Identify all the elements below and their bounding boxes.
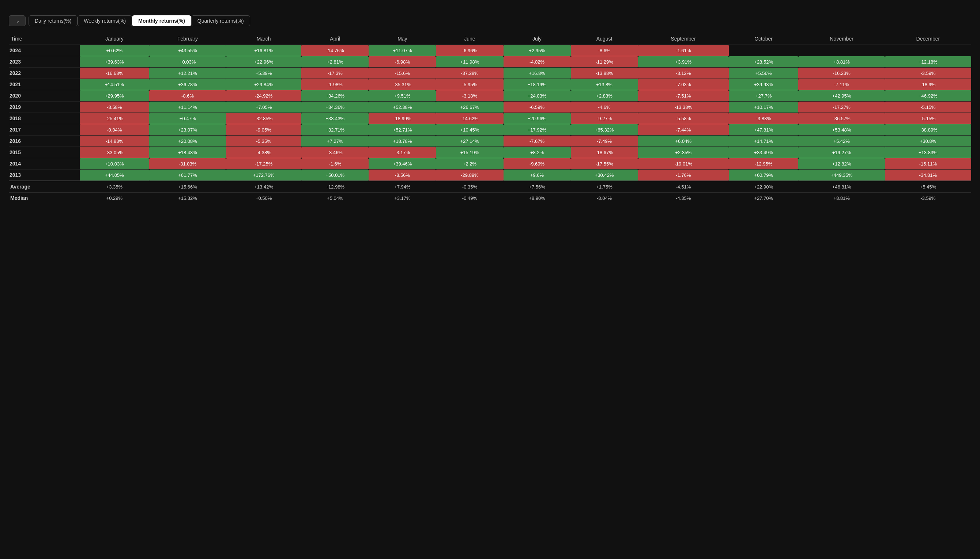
year-cell: 2018: [9, 113, 80, 124]
value-cell: -3.59%: [885, 68, 971, 79]
value-cell: +7.05%: [226, 102, 301, 113]
footer-value: +0.29%: [80, 193, 149, 204]
toolbar: ⌄ Daily returns(%)Weekly returns(%)Month…: [9, 15, 971, 26]
value-cell: -36.57%: [798, 113, 885, 124]
value-cell: -14.76%: [301, 45, 368, 56]
value-cell: -15.11%: [885, 158, 971, 170]
year-cell: 2020: [9, 90, 80, 102]
col-header-april: April: [301, 33, 368, 45]
value-cell: [798, 45, 885, 56]
value-cell: -14.62%: [436, 113, 503, 124]
value-cell: -4.38%: [226, 147, 301, 158]
value-cell: +36.78%: [149, 79, 226, 90]
value-cell: +9.51%: [368, 90, 436, 102]
col-header-january: January: [80, 33, 149, 45]
value-cell: +39.93%: [729, 79, 799, 90]
returns-table: TimeJanuaryFebruaryMarchAprilMayJuneJuly…: [9, 33, 971, 203]
value-cell: -7.49%: [571, 136, 638, 147]
value-cell: -8.6%: [149, 90, 226, 102]
table-row: 2014+10.03%-31.03%-17.25%-1.6%+39.46%+2.…: [9, 158, 971, 170]
value-cell: -31.03%: [149, 158, 226, 170]
footer-value: +15.32%: [149, 193, 226, 204]
value-cell: -3.46%: [301, 147, 368, 158]
period-button-3[interactable]: Quarterly returns(%): [191, 15, 250, 26]
year-cell: 2021: [9, 79, 80, 90]
value-cell: +2.81%: [301, 56, 368, 68]
value-cell: -8.56%: [368, 170, 436, 181]
col-header-september: September: [638, 33, 729, 45]
value-cell: +18.78%: [368, 136, 436, 147]
table-row: 2018-25.41%+0.47%-32.85%+33.43%-18.99%-1…: [9, 113, 971, 124]
value-cell: +9.6%: [504, 170, 571, 181]
period-button-2[interactable]: Monthly returns(%): [132, 15, 191, 26]
value-cell: -7.67%: [504, 136, 571, 147]
value-cell: +16.81%: [226, 45, 301, 56]
value-cell: [885, 45, 971, 56]
footer-value: +7.94%: [368, 181, 436, 193]
asset-selector[interactable]: ⌄: [9, 15, 26, 26]
col-header-july: July: [504, 33, 571, 45]
value-cell: -37.28%: [436, 68, 503, 79]
value-cell: -6.98%: [368, 56, 436, 68]
value-cell: -9.69%: [504, 158, 571, 170]
value-cell: +38.89%: [885, 124, 971, 136]
value-cell: -1.6%: [301, 158, 368, 170]
year-cell: 2016: [9, 136, 80, 147]
value-cell: +14.71%: [729, 136, 799, 147]
year-cell: 2015: [9, 147, 80, 158]
year-cell: 2017: [9, 124, 80, 136]
footer-value: +8.81%: [798, 193, 885, 204]
footer-value: +1.75%: [571, 181, 638, 193]
value-cell: +29.84%: [226, 79, 301, 90]
col-header-december: December: [885, 33, 971, 45]
value-cell: +26.67%: [436, 102, 503, 113]
value-cell: +20.96%: [504, 113, 571, 124]
value-cell: -34.81%: [885, 170, 971, 181]
value-cell: -3.17%: [368, 147, 436, 158]
table-row: 2020+29.95%-8.6%-24.92%+34.26%+9.51%-3.1…: [9, 90, 971, 102]
value-cell: +449.35%: [798, 170, 885, 181]
value-cell: -24.92%: [226, 90, 301, 102]
value-cell: -7.44%: [638, 124, 729, 136]
value-cell: -3.18%: [436, 90, 503, 102]
value-cell: -17.55%: [571, 158, 638, 170]
footer-value: +3.35%: [80, 181, 149, 193]
value-cell: -11.29%: [571, 56, 638, 68]
value-cell: +22.96%: [226, 56, 301, 68]
value-cell: -32.85%: [226, 113, 301, 124]
table-row: 2022-16.68%+12.21%+5.39%-17.3%-15.6%-37.…: [9, 68, 971, 79]
footer-value: +7.56%: [504, 181, 571, 193]
value-cell: +52.38%: [368, 102, 436, 113]
period-selector: Daily returns(%)Weekly returns(%)Monthly…: [28, 15, 250, 26]
value-cell: +12.18%: [885, 56, 971, 68]
footer-value: -4.51%: [638, 181, 729, 193]
value-cell: +13.8%: [571, 79, 638, 90]
col-header-november: November: [798, 33, 885, 45]
value-cell: -35.31%: [368, 79, 436, 90]
value-cell: +10.17%: [729, 102, 799, 113]
year-cell: 2024: [9, 45, 80, 56]
value-cell: -9.27%: [571, 113, 638, 124]
value-cell: +11.98%: [436, 56, 503, 68]
period-button-0[interactable]: Daily returns(%): [28, 15, 78, 26]
value-cell: -19.01%: [638, 158, 729, 170]
value-cell: +39.46%: [368, 158, 436, 170]
value-cell: -18.99%: [368, 113, 436, 124]
year-cell: 2014: [9, 158, 80, 170]
value-cell: +46.92%: [885, 90, 971, 102]
value-cell: -5.35%: [226, 136, 301, 147]
value-cell: +11.14%: [149, 102, 226, 113]
value-cell: +0.62%: [80, 45, 149, 56]
value-cell: +11.07%: [368, 45, 436, 56]
value-cell: +42.95%: [798, 90, 885, 102]
value-cell: +10.45%: [436, 124, 503, 136]
value-cell: +30.8%: [885, 136, 971, 147]
value-cell: +33.43%: [301, 113, 368, 124]
footer-value: +13.42%: [226, 181, 301, 193]
footer-label: Median: [9, 193, 80, 204]
period-button-1[interactable]: Weekly returns(%): [78, 15, 132, 26]
table-row: 2023+39.63%+0.03%+22.96%+2.81%-6.98%+11.…: [9, 56, 971, 68]
table-row: 2017-0.04%+23.07%-9.05%+32.71%+52.71%+10…: [9, 124, 971, 136]
value-cell: -14.83%: [80, 136, 149, 147]
col-header-march: March: [226, 33, 301, 45]
